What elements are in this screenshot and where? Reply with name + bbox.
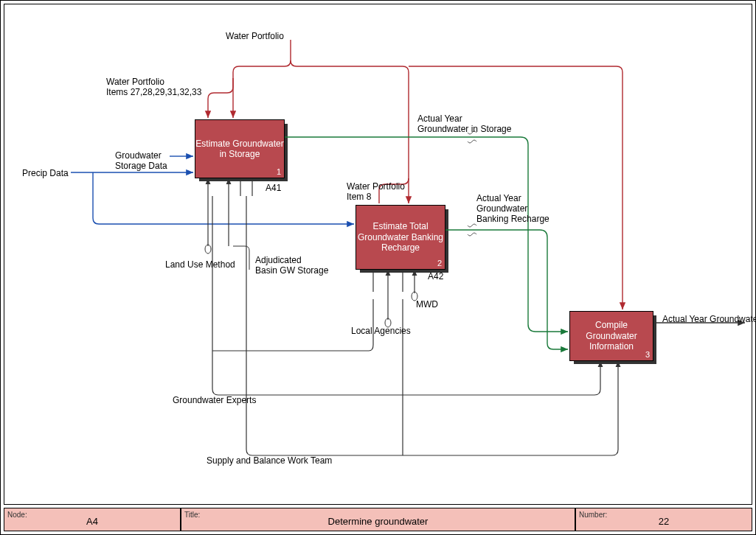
label-precip-data: Precip Data	[22, 168, 69, 178]
footer-number-cell: Number: 22	[575, 508, 752, 531]
box-a43: Compile Groundwater Information 3	[569, 311, 653, 361]
label-actual-year-storage: Actual YearGroundwater in Storage	[417, 113, 511, 134]
label-adjudicated: AdjudicatedBasin GW Storage	[255, 255, 328, 276]
footer-title-label: Title:	[184, 511, 200, 519]
box-a41-ext: A41	[266, 183, 281, 193]
title-block: Node: A4 Title: Determine groundwater Nu…	[4, 508, 752, 531]
box-a42: Estimate Total Groundwater Banking Recha…	[356, 205, 445, 270]
box-a41: Estimate Groundwater in Storage 1	[195, 119, 285, 178]
footer-node-cell: Node: A4	[4, 508, 181, 531]
box-a42-num: 2	[437, 259, 442, 268]
label-actual-year-banking: Actual YearGroundwaterBanking Recharge	[476, 193, 549, 224]
label-supply-team: Supply and Balance Work Team	[207, 455, 332, 466]
label-land-use-method: Land Use Method	[165, 259, 235, 270]
footer-number-value: 22	[659, 515, 669, 526]
box-a43-num: 3	[645, 350, 650, 360]
box-a42-title: Estimate Total Groundwater Banking Recha…	[356, 221, 445, 253]
box-a41-num: 1	[277, 167, 281, 177]
label-water-portfolio-top: Water Portfolio	[226, 31, 284, 41]
footer-number-label: Number:	[579, 511, 607, 519]
box-a41-title: Estimate Groundwater in Storage	[195, 139, 284, 160]
label-local-agencies: Local Agencies	[351, 326, 411, 336]
label-gw-experts: Groundwater Experts	[173, 395, 256, 405]
footer-node-label: Node:	[7, 511, 27, 519]
footer-title-value: Determine groundwater	[328, 515, 429, 526]
label-actual-year-gw: Actual Year Groundwater	[662, 314, 756, 324]
label-water-portfolio-items: Water PortfolioItems 27,28,29,31,32,33	[106, 77, 201, 97]
diagram-frame: Estimate Groundwater in Storage 1 A41 Es…	[0, 0, 756, 535]
diagram-canvas: Estimate Groundwater in Storage 1 A41 Es…	[4, 4, 752, 505]
label-mwd: MWD	[416, 299, 438, 310]
footer-title-cell: Title: Determine groundwater	[181, 508, 575, 531]
label-water-portfolio-item8: Water PortfolioItem 8	[347, 181, 405, 202]
box-a42-ext: A42	[428, 271, 443, 282]
svg-point-0	[205, 245, 211, 253]
label-gw-storage-data: GroudwaterStorage Data	[115, 150, 167, 171]
footer-node-value: A4	[86, 515, 98, 526]
box-a43-title: Compile Groundwater Information	[570, 320, 653, 352]
